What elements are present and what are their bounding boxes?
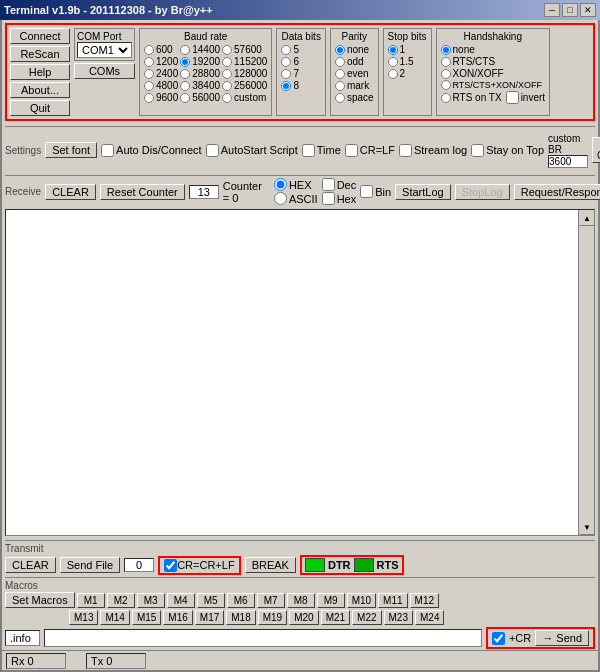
coms-button[interactable]: COMs (74, 63, 135, 79)
scroll-up-button[interactable]: ▲ (579, 210, 595, 226)
macro-m10[interactable]: M10 (347, 593, 376, 608)
dec-bin-group: Dec Hex (322, 178, 357, 205)
custom-br-input[interactable] (548, 155, 588, 168)
macro-m14[interactable]: M14 (100, 610, 129, 625)
baud-115200: 115200 (222, 56, 267, 67)
data-bits-8: 8 (281, 80, 320, 91)
baud-38400: 38400 (180, 80, 220, 91)
macro-m2[interactable]: M2 (107, 593, 135, 608)
maximize-button[interactable]: □ (562, 3, 578, 17)
macro-m19[interactable]: M19 (258, 610, 287, 625)
com-port-group: COM Port COM1 COM2 COM3 COM4 (74, 28, 135, 61)
stay-on-top-label: Stay on Top (471, 144, 544, 157)
command-row: .info +CR → Send (5, 627, 595, 649)
com-port-label: COM Port (77, 31, 132, 42)
custom-br-group: custom BR (548, 133, 588, 168)
hex-radio[interactable] (274, 178, 287, 191)
receive-row: Receive CLEAR Reset Counter Counter = 0 … (5, 175, 595, 205)
stream-log-label: Stream log (399, 144, 467, 157)
macro-m24[interactable]: M24 (415, 610, 444, 625)
hs-xon-xoff: XON/XOFF (441, 68, 546, 79)
help-button[interactable]: Help (10, 64, 70, 80)
stream-log-checkbox[interactable] (399, 144, 412, 157)
macro-m23[interactable]: M23 (384, 610, 413, 625)
cr-checkbox[interactable] (492, 632, 505, 645)
close-button[interactable]: ✕ (580, 3, 596, 17)
minimize-button[interactable]: ─ (544, 3, 560, 17)
dtr-led (305, 558, 325, 572)
macros-section: Macros Set Macros M1 M2 M3 M4 M5 M6 M7 M… (5, 577, 595, 625)
data-bits-5: 5 (281, 44, 320, 55)
stop-log-button[interactable]: StopLog (455, 184, 510, 200)
macro-m4[interactable]: M4 (167, 593, 195, 608)
time-checkbox[interactable] (302, 144, 315, 157)
macro-m20[interactable]: M20 (289, 610, 318, 625)
rescan-button[interactable]: ReScan (10, 46, 70, 62)
macro-m18[interactable]: M18 (226, 610, 255, 625)
data-bits-options: 5 6 7 8 (281, 44, 320, 91)
baud-col2: 14400 19200 28800 38400 56000 (180, 44, 220, 103)
macro-m1[interactable]: M1 (77, 593, 105, 608)
cr-crlf-checkbox[interactable] (164, 559, 177, 572)
send-button[interactable]: → Send (535, 630, 589, 646)
send-file-button[interactable]: Send File (60, 557, 120, 573)
macro-m11[interactable]: M11 (378, 593, 407, 608)
macro-m5[interactable]: M5 (197, 593, 225, 608)
req-resp-button[interactable]: Request/Response (514, 184, 600, 200)
macro-m22[interactable]: M22 (352, 610, 381, 625)
stay-on-top-checkbox[interactable] (471, 144, 484, 157)
cr-send-container: +CR → Send (486, 627, 595, 649)
status-bar: Rx 0 Tx 0 (2, 650, 598, 670)
quit-button[interactable]: Quit (10, 100, 70, 116)
bin-checkbox[interactable] (360, 185, 373, 198)
macros-label: Macros (5, 580, 595, 591)
macro-m13[interactable]: M13 (69, 610, 98, 625)
set-macros-button[interactable]: Set Macros (5, 592, 75, 608)
dec-checkbox[interactable] (322, 178, 335, 191)
counter-eq: Counter = 0 (223, 180, 262, 204)
command-input[interactable] (44, 629, 482, 647)
baud-128000: 128000 (222, 68, 267, 79)
cr-lf-checkbox[interactable] (345, 144, 358, 157)
break-button[interactable]: BREAK (245, 557, 296, 573)
connect-button[interactable]: Connect (10, 28, 70, 44)
macro-m6[interactable]: M6 (227, 593, 255, 608)
transmit-value-input[interactable] (124, 558, 154, 572)
settings-row: Settings Set font Auto Dis/Connect AutoS… (5, 126, 595, 171)
settings-label: Settings (5, 145, 41, 156)
set-font-button[interactable]: Set font (45, 142, 97, 158)
hex-checkbox[interactable] (322, 192, 335, 205)
receive-clear-button[interactable]: CLEAR (45, 184, 96, 200)
macro-m21[interactable]: M21 (321, 610, 350, 625)
rx-clear-button[interactable]: Rx Clear (592, 137, 600, 163)
data-bits-7: 7 (281, 68, 320, 79)
macro-m9[interactable]: M9 (317, 593, 345, 608)
cr-crlf-label: CR=CR+LF (177, 559, 234, 571)
parity-title: Parity (335, 31, 374, 42)
about-button[interactable]: About... (10, 82, 70, 98)
transmit-clear-button[interactable]: CLEAR (5, 557, 56, 573)
macro-m17[interactable]: M17 (195, 610, 224, 625)
macro-m15[interactable]: M15 (132, 610, 161, 625)
scroll-down-button[interactable]: ▼ (579, 519, 595, 535)
ascii-radio[interactable] (274, 192, 287, 205)
baud-col1: 600 1200 2400 4800 9600 (144, 44, 178, 103)
com-port-select[interactable]: COM1 COM2 COM3 COM4 (77, 42, 132, 58)
start-log-button[interactable]: StartLog (395, 184, 451, 200)
macro-m7[interactable]: M7 (257, 593, 285, 608)
baud-14400: 14400 (180, 44, 220, 55)
macro-m12[interactable]: M12 (410, 593, 439, 608)
macro-m8[interactable]: M8 (287, 593, 315, 608)
reset-counter-button[interactable]: Reset Counter (100, 184, 185, 200)
counter-input[interactable] (189, 185, 219, 199)
auto-start-script-checkbox[interactable] (206, 144, 219, 157)
stop-bits-2: 2 (388, 68, 427, 79)
cr-lf-label: CR=LF (345, 144, 395, 157)
handshaking-section: Handshaking none RTS/CTS XON/XOFF RTS/CT… (436, 28, 551, 116)
terminal-display[interactable]: ▲ ▼ (5, 209, 595, 536)
macro-m16[interactable]: M16 (163, 610, 192, 625)
auto-dis-connect-checkbox[interactable] (101, 144, 114, 157)
macro-m3[interactable]: M3 (137, 593, 165, 608)
config-area: Connect ReScan Help About... Quit COM Po… (5, 23, 595, 121)
stop-bits-1: 1 (388, 44, 427, 55)
